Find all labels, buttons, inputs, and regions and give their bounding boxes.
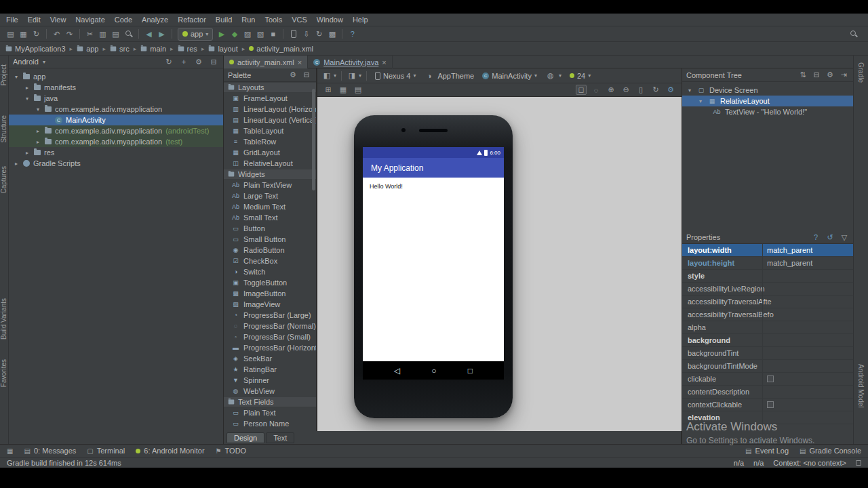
menu-view[interactable]: View [45,14,71,26]
theme-selector[interactable]: ◑ AppTheme [420,72,477,80]
run-configuration-selector[interactable]: app ▾ [178,28,213,41]
lock-icon[interactable] [856,460,861,466]
tree-row-app[interactable]: ▾ app [9,71,223,82]
breadcrumb-src[interactable]: src [110,45,130,53]
menu-run[interactable]: Run [237,14,260,26]
hello-world-textview[interactable]: Hello World! [370,183,403,190]
api-level-selector[interactable]: 24 ▾ [566,72,594,80]
tool-window-messages[interactable]: ▤ 0: Messages [24,447,76,455]
palette-item-small-button[interactable]: ▭Small Button [224,234,316,245]
palette-item-togglebutton[interactable]: ▣ToggleButton [224,277,316,288]
layout-content-area[interactable]: Hello World! [363,178,504,361]
show-grid-icon[interactable]: ⊞ [323,85,334,94]
run-icon[interactable]: ▶ [215,28,228,41]
breadcrumb-app[interactable]: app [77,45,98,53]
tool-stripe-captures[interactable]: Captures [0,166,7,194]
project-structure-icon[interactable]: ▩ [326,28,338,41]
tool-stripe-project[interactable]: Project [0,64,7,85]
device-selector[interactable]: Nexus 4 ▾ [372,72,419,80]
palette-item-webview[interactable]: ◍WebView [224,386,316,396]
property-row-contentdescription[interactable]: contentDescription [682,386,853,399]
gear-icon[interactable]: ⚙ [193,58,204,66]
tree-row-mainactivity[interactable]: MainActivity [9,115,223,125]
stop-icon[interactable]: ■ [267,28,279,41]
status-line-ending[interactable]: n/a [753,459,764,467]
tool-stripe-android-model[interactable]: Android Model [857,364,865,407]
menu-window[interactable]: Window [312,14,348,26]
avd-manager-icon[interactable] [287,28,300,41]
breadcrumb-res[interactable]: res [178,45,197,53]
expand-arrow-icon[interactable]: ▾ [24,96,31,102]
menu-tools[interactable]: Tools [260,14,287,26]
sdk-manager-icon[interactable]: ⇩ [300,28,313,41]
show-margins-icon[interactable]: ▤ [353,85,363,94]
expand-arrow-icon[interactable]: ▸ [35,139,41,145]
palette-item-radiobutton[interactable]: ◉RadioButton [224,245,316,256]
status-message[interactable]: Gradle build finished in 12s 614ms [7,459,121,467]
palette-item-tablelayout[interactable]: ▦TableLayout [224,125,316,136]
device-screen-preview[interactable]: 6:00 My Application Hello World! ◁ ○ □ [363,147,504,380]
undo-icon[interactable]: ↶ [50,28,63,41]
redo-icon[interactable]: ↷ [63,28,76,41]
palette-item-checkbox[interactable]: ☑CheckBox [224,256,316,266]
palette-item-relativelayout[interactable]: ◫RelativeLayout [224,158,316,169]
tab-text[interactable]: Text [266,432,294,443]
palette-item-imageview[interactable]: ▨ImageView [224,299,316,310]
expand-arrow-icon[interactable]: ▸ [35,128,41,134]
property-row-background[interactable]: background [682,334,853,347]
palette-item-progressbar-large[interactable]: ◔ProgressBar (Large) [224,310,316,321]
activity-selector[interactable]: MainActivity ▾ [479,72,540,80]
copy-icon[interactable]: ▥ [96,28,109,41]
tree-row-manifests[interactable]: ▸ manifests [9,82,223,93]
palette-item-small-text[interactable]: AbSmall Text [224,212,316,223]
checkbox[interactable] [767,401,774,408]
expand-arrow-icon[interactable]: ▾ [35,106,41,113]
locale-selector[interactable]: ◍ ▾ [542,71,565,80]
zoom-mode-icon[interactable]: ◻ [576,85,587,95]
tree-row-gradle-scripts[interactable]: ▸ Gradle Scripts [9,158,223,169]
palette-item-person-name[interactable]: ▭Person Name [224,418,316,429]
property-row-accessibilitytraversalbefore[interactable]: accessibilityTraversalBefo [682,308,853,321]
tab-activity-main-xml[interactable]: activity_main.xml × [224,56,308,68]
breadcrumb-activity-main-xml[interactable]: activity_main.xml [249,45,313,53]
expand-icon[interactable]: + [178,58,189,66]
property-row-style[interactable]: style [682,270,853,283]
palette-item-ratingbar[interactable]: ★RatingBar [224,364,316,375]
property-row-backgroundtintmode[interactable]: backgroundTintMode [682,360,853,373]
status-context[interactable]: Context: <no context> [773,459,846,467]
menu-refactor[interactable]: Refactor [173,14,211,26]
palette-item-large-text[interactable]: AbLarge Text [224,190,316,201]
paste-icon[interactable]: ▤ [109,28,122,41]
orientation-icon[interactable]: ◨ [347,71,357,80]
gear-icon[interactable]: ⚙ [825,70,835,79]
status-position[interactable]: n/a [734,459,744,467]
palette-item-tablerow[interactable]: ≡TableRow [224,136,316,147]
open-icon[interactable]: ▤ [4,28,17,41]
property-row-backgroundtint[interactable]: backgroundTint [682,347,853,360]
tree-row-package-androidtest[interactable]: ▸ com.example.adiv.myapplication (androi… [9,125,223,136]
palette-item-framelayout[interactable]: ▣FrameLayout [224,93,316,104]
hide-panel-icon[interactable]: ⇥ [838,70,849,79]
property-row-accessibilityliveregion[interactable]: accessibilityLiveRegion [682,283,853,296]
expand-arrow-icon[interactable]: ▾ [686,87,693,94]
project-view-selector[interactable]: Android [13,58,39,66]
tree-row-package-test[interactable]: ▸ com.example.adiv.myapplication (test) [9,136,223,147]
palette-section-text-fields[interactable]: Text Fields [224,396,316,407]
revert-icon[interactable]: ↺ [825,233,835,242]
zoom-out-icon[interactable]: ⊖ [620,85,631,94]
palette-item-button[interactable]: ▭Button [224,223,316,234]
palette-item-linearlayout-horizontal[interactable]: ▥LinearLayout (Horizontal) [224,104,316,115]
snap-to-grid-icon[interactable]: ▦ [338,85,349,94]
preview-icon[interactable]: ▯ [635,85,646,94]
palette-item-seekbar[interactable]: ◈SeekBar [224,353,316,364]
palette-item-progressbar-small[interactable]: ◦ProgressBar (Small) [224,331,316,342]
palette-item-progressbar-normal[interactable]: ◌ProgressBar (Normal) [224,321,316,331]
tree-row-java[interactable]: ▾ java [9,93,223,104]
tab-design[interactable]: Design [226,432,264,443]
tool-stripe-build-variants[interactable]: Build Variants [0,298,7,340]
palette-section-layouts[interactable]: Layouts [224,82,316,93]
menu-help[interactable]: Help [348,14,373,26]
palette-scrollbar[interactable] [312,89,315,190]
locate-icon[interactable]: ↻ [163,58,174,66]
checkbox[interactable] [767,375,774,382]
